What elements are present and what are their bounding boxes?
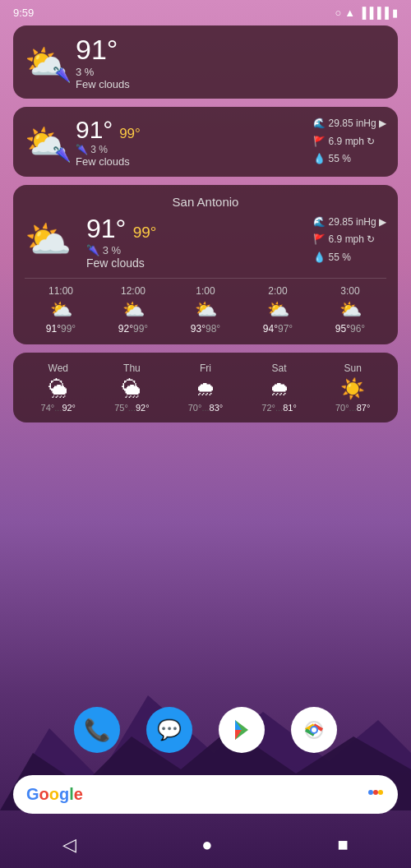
hourly-item: 12:00 ⛅ 92°99° (97, 285, 169, 335)
nav-bar: ◁ ● ■ (0, 822, 411, 868)
status-icons: ○ ▲ ▐▐▐▐ ▮ (335, 7, 398, 19)
weather-icon-medium: ⛅ 🌂 (25, 122, 67, 162)
wifi-icon: ▲ (344, 7, 355, 19)
weekly-forecast: Wed 🌦 74°...92° Thu 🌦 75°...92° Fri 🌧 70… (21, 362, 390, 413)
weather-right-medium: 🌊 29.85 inHg ▶ 🚩 6.9 mph ↻ 💧 55 % (313, 115, 386, 169)
back-button[interactable]: ◁ (46, 828, 93, 862)
day-temp: 74°...92° (21, 403, 95, 413)
day-name: Fri (169, 362, 242, 374)
search-bar[interactable]: Google (13, 775, 398, 814)
condition-large: Few clouds (86, 256, 156, 270)
hour-icon: ⛅ (169, 299, 242, 321)
precip-small: 3 % (76, 66, 130, 78)
temp-section-large: 91° 99° 🌂 3 % Few clouds (86, 214, 156, 270)
weather-widget-small: ⛅ 🌂 91° 3 % Few clouds (13, 25, 398, 99)
day-temp: 75°...92° (95, 403, 169, 413)
day-name: Thu (95, 362, 169, 374)
hour-label: 2:00 (242, 285, 314, 297)
precip-medium: 🌂 3 % (76, 144, 141, 155)
day-icon: 🌦 (95, 377, 169, 400)
recents-button[interactable]: ■ (321, 828, 365, 862)
hour-temp: 92°99° (97, 323, 169, 335)
hour-temp: 95°96° (314, 323, 386, 335)
svg-point-13 (378, 790, 383, 795)
hour-icon: ⛅ (242, 299, 314, 321)
mic-dots-icon (367, 783, 385, 806)
home-button[interactable]: ● (185, 828, 229, 862)
circle-icon: ○ (335, 7, 341, 19)
weather-icon-small: ⛅ 🌂 (25, 42, 67, 82)
day-temp: 72°...81° (242, 403, 316, 413)
city-name: San Antonio (25, 195, 386, 209)
hourly-forecast: 11:00 ⛅ 91°99° 12:00 ⛅ 92°99° 1:00 ⛅ 93°… (25, 278, 386, 335)
day-name: Sun (316, 362, 390, 374)
weekly-item: Thu 🌦 75°...92° (95, 362, 169, 413)
hour-icon: ⛅ (97, 299, 169, 321)
weather-left-medium: 91° 99° 🌂 3 % Few clouds (76, 116, 141, 168)
temp-small: 91° (76, 34, 118, 66)
app-dock: 📞 💬 (0, 707, 411, 753)
hi-temp-large: 99° (133, 224, 157, 241)
signal-icon: ▐▐▐▐ (358, 7, 389, 19)
hour-temp: 94°97° (242, 323, 314, 335)
chrome-icon (301, 717, 327, 743)
time: 9:59 (13, 7, 34, 19)
weather-icon-large: ⛅ (25, 217, 72, 261)
svg-point-11 (368, 790, 373, 795)
hour-temp: 93°98° (169, 323, 242, 335)
google-logo: Google (26, 785, 83, 804)
play-store-icon (230, 718, 253, 741)
hourly-item: 1:00 ⛅ 93°98° (169, 285, 242, 335)
day-icon: 🌧 (242, 377, 316, 400)
weekly-item: Fri 🌧 70°...83° (169, 362, 242, 413)
hour-icon: ⛅ (25, 299, 97, 321)
battery-icon: ▮ (392, 7, 398, 19)
day-temp: 70°...83° (169, 403, 242, 413)
hour-label: 3:00 (314, 285, 386, 297)
weather-info-small: 91° 3 % Few clouds (76, 34, 130, 90)
hi-temp-medium: 99° (119, 126, 141, 141)
day-icon: 🌧 (169, 377, 242, 400)
condition-small: Few clouds (76, 78, 130, 90)
weather-widget-weekly: Wed 🌦 74°...92° Thu 🌦 75°...92° Fri 🌧 70… (13, 353, 398, 422)
weather-widget-medium: ⛅ 🌂 91° 99° 🌂 3 % Few clouds 🌊 29.85 inH… (13, 107, 398, 177)
svg-point-12 (373, 790, 378, 795)
weather-right-large: 🌊 29.85 inHg ▶ 🚩 6.9 mph ↻ 💧 55 % (313, 214, 386, 267)
weekly-item: Sat 🌧 72°...81° (242, 362, 316, 413)
day-name: Wed (21, 362, 95, 374)
play-store-app[interactable] (219, 707, 265, 753)
main-weather-row: ⛅ 91° 99° 🌂 3 % Few clouds 🌊 29.85 inHg … (25, 214, 386, 270)
precip-large: 🌂 3 % (86, 244, 156, 256)
weather-widget-large: San Antonio ⛅ 91° 99° 🌂 3 % Few clouds 🌊… (13, 185, 398, 344)
chrome-app[interactable] (291, 707, 337, 753)
hour-label: 11:00 (25, 285, 97, 297)
hour-label: 1:00 (169, 285, 242, 297)
weekly-item: Wed 🌦 74°...92° (21, 362, 95, 413)
hourly-item: 11:00 ⛅ 91°99° (25, 285, 97, 335)
hourly-item: 3:00 ⛅ 95°96° (314, 285, 386, 335)
temp-large: 91° (86, 214, 126, 243)
day-icon: 🌦 (21, 377, 95, 400)
svg-point-10 (312, 727, 316, 732)
day-icon: ☀️ (316, 377, 390, 400)
hour-icon: ⛅ (314, 299, 386, 321)
hour-label: 12:00 (97, 285, 169, 297)
google-dots-icon (367, 783, 385, 801)
weekly-item: Sun ☀️ 70°...87° (316, 362, 390, 413)
status-bar: 9:59 ○ ▲ ▐▐▐▐ ▮ (0, 0, 411, 22)
messages-app[interactable]: 💬 (146, 707, 192, 753)
day-temp: 70°...87° (316, 403, 390, 413)
temp-medium: 91° (76, 116, 113, 143)
phone-app[interactable]: 📞 (74, 707, 120, 753)
hourly-item: 2:00 ⛅ 94°97° (242, 285, 314, 335)
day-name: Sat (242, 362, 316, 374)
condition-medium: Few clouds (76, 155, 141, 168)
hour-temp: 91°99° (25, 323, 97, 335)
